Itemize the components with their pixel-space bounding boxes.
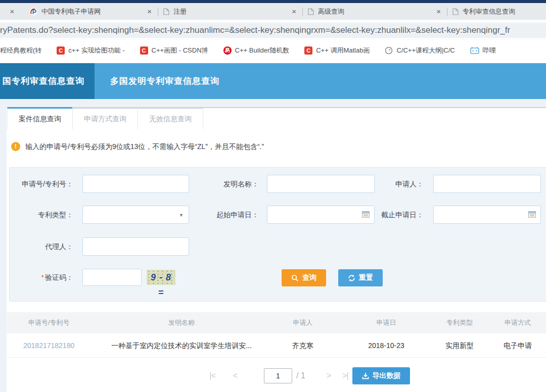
col-header-invention: 发明名称 <box>93 312 270 333</box>
col-header-appno: 申请号/专利号 <box>7 312 93 333</box>
bookmark-item[interactable]: 易 C++ Builder随机数 <box>223 46 290 55</box>
page-total-label: / 1 <box>296 367 305 384</box>
browser-tab-patent-home[interactable]: 中国专利电子申请网 × <box>24 3 158 20</box>
tab-title: 注册 <box>173 7 287 16</box>
reset-button[interactable]: 重置 <box>338 269 383 286</box>
calendar-icon[interactable] <box>362 211 370 218</box>
netease-icon: 易 <box>223 46 232 55</box>
header-gap-band <box>0 99 546 107</box>
start-date-label: 起始申请日： <box>202 206 259 224</box>
close-icon[interactable]: × <box>9 8 16 15</box>
export-button-label: 导出数据 <box>373 371 401 380</box>
bookmark-item[interactable]: C/C++课程大纲|C/C <box>385 46 454 55</box>
bookmark-label: C/C++课程大纲|C/C <box>396 46 454 55</box>
invention-name-input[interactable] <box>267 175 375 193</box>
appno-input[interactable] <box>82 175 189 193</box>
browser-tab-bar: × 中国专利电子申请网 × 注册 × 高级查询 × 专利审查信息查询 <box>0 3 546 20</box>
bookmark-label: 哔哩 <box>483 46 496 55</box>
captcha-label: *验证码： <box>5 268 73 286</box>
start-date-input[interactable] <box>267 206 375 224</box>
site-favicon-icon <box>29 8 37 16</box>
table-row: 2018217182180 一种基于室内定位技术的实训室学生培训安... 齐克寒… <box>7 333 546 358</box>
tab-application-mode-query[interactable]: 申请方式查询 <box>72 107 138 129</box>
page-icon <box>452 8 459 15</box>
bookmarks-bar: 程经典教程(转 C c++ 实现绘图功能 - C C++画图 - CSDN博 易… <box>0 40 546 61</box>
browser-tab-exam-info-query[interactable]: 专利审查信息查询 <box>447 3 546 20</box>
page-number-input[interactable] <box>264 368 292 383</box>
cell-invention-name: 一种基于室内定位技术的实训室学生培训安... <box>93 333 270 357</box>
col-header-applicant: 申请人 <box>270 312 336 333</box>
cell-filing-mode: 电子申请 <box>482 333 546 357</box>
screen: × 中国专利电子申请网 × 注册 × 高级查询 × 专利审查信息查询 ryPat… <box>0 0 546 392</box>
patent-type-label: 专利类型： <box>5 206 73 224</box>
captcha-input[interactable] <box>82 269 142 286</box>
appno-label: 申请号/专利号： <box>5 175 73 193</box>
subtab-bar: 案件信息查询 申请方式查询 无效信息查询 <box>7 107 203 129</box>
bookmark-item[interactable]: 程经典教程(转 <box>0 46 41 55</box>
next-page-button[interactable]: > <box>321 367 336 384</box>
cell-applicant: 齐克寒 <box>270 333 336 357</box>
end-date-label: 截止申请日： <box>374 206 424 224</box>
reset-button-label: 重置 <box>359 273 373 282</box>
bookmark-item[interactable]: 哔哩 <box>470 46 496 55</box>
header-tab-multinational-query[interactable]: 多国发明专利审查信息查询 <box>110 63 219 99</box>
bookmark-item[interactable]: C C++ 调用Matlab画 <box>304 46 370 55</box>
required-mark: * <box>41 273 44 281</box>
bookmark-item[interactable]: C c++ 实现绘图功能 - <box>57 46 124 55</box>
bookmark-label: c++ 实现绘图功能 - <box>68 46 124 55</box>
bilibili-icon <box>470 46 479 54</box>
bookmark-label: 程经典教程(转 <box>0 46 41 55</box>
captcha-image[interactable]: 9 - 8 = <box>147 270 175 285</box>
agent-input[interactable] <box>82 237 189 256</box>
csdn-icon: C <box>140 46 148 55</box>
last-page-button[interactable]: >| <box>338 367 353 384</box>
url-text[interactable]: ryPatents.do?select-key:shenqingh=&selec… <box>0 23 546 38</box>
col-header-filing-date: 申请日 <box>336 312 437 333</box>
close-icon[interactable]: × <box>291 8 297 15</box>
tab-invalid-info-query[interactable]: 无效信息查询 <box>138 107 203 129</box>
csdn-icon: C <box>304 46 312 55</box>
close-icon[interactable]: × <box>435 8 442 15</box>
page-icon <box>163 8 169 15</box>
bookmark-label: C++ Builder随机数 <box>235 46 290 55</box>
query-button-label: 查询 <box>302 273 316 282</box>
invention-name-label: 发明名称： <box>202 175 259 193</box>
refresh-icon <box>348 274 355 282</box>
applicant-input[interactable] <box>433 175 541 193</box>
table-header-row: 申请号/专利号 发明名称 申请人 申请日 专利类型 申请方式 <box>7 312 546 333</box>
compass-icon <box>385 46 393 55</box>
browser-tab-register[interactable]: 注册 × <box>158 3 302 20</box>
csdn-icon: C <box>57 46 65 55</box>
query-button[interactable]: 查询 <box>282 269 326 286</box>
prev-page-button[interactable]: < <box>228 367 243 384</box>
page-icon <box>308 8 314 15</box>
tab-title: 中国专利电子申请网 <box>41 7 142 16</box>
tab-title: 专利审查信息查询 <box>463 7 541 16</box>
col-header-filing-mode: 申请方式 <box>482 312 546 333</box>
close-icon[interactable]: × <box>146 8 153 15</box>
tab-case-info-query[interactable]: 案件信息查询 <box>7 107 73 129</box>
cell-appno-link[interactable]: 2018217182180 <box>7 333 93 357</box>
calendar-icon[interactable] <box>528 211 536 218</box>
first-page-button[interactable]: |< <box>205 367 220 384</box>
applicant-label: 申请人： <box>374 175 424 193</box>
bookmark-label: C++画图 - CSDN博 <box>152 46 208 55</box>
export-data-button[interactable]: 导出数据 <box>352 367 410 384</box>
header-tab-domestic-query[interactable]: 国专利审查信息查询 <box>0 63 95 99</box>
browser-tab-partial[interactable]: × <box>0 3 24 20</box>
end-date-input[interactable] <box>433 206 541 224</box>
download-icon <box>362 372 369 379</box>
agent-label: 代理人： <box>5 237 73 256</box>
cell-filing-date: 2018-10-23 <box>336 333 437 357</box>
col-header-patent-type: 专利类型 <box>437 312 482 333</box>
notice-text: 输入的申请号/专利号必须为9位或13位，不需输入字母“ZL”，并且不能包含“.” <box>25 139 264 154</box>
cell-patent-type: 实用新型 <box>437 333 482 357</box>
bookmark-item[interactable]: C C++画图 - CSDN博 <box>140 46 208 55</box>
captcha-label-text: 验证码： <box>45 273 73 281</box>
bookmark-label: C++ 调用Matlab画 <box>316 46 370 55</box>
patent-type-select[interactable]: ▼ <box>82 206 189 224</box>
chevron-down-icon: ▼ <box>179 213 184 218</box>
browser-tab-advanced-query[interactable]: 高级查询 × <box>303 3 447 20</box>
warning-icon: ! <box>11 142 20 151</box>
search-icon <box>291 274 299 282</box>
